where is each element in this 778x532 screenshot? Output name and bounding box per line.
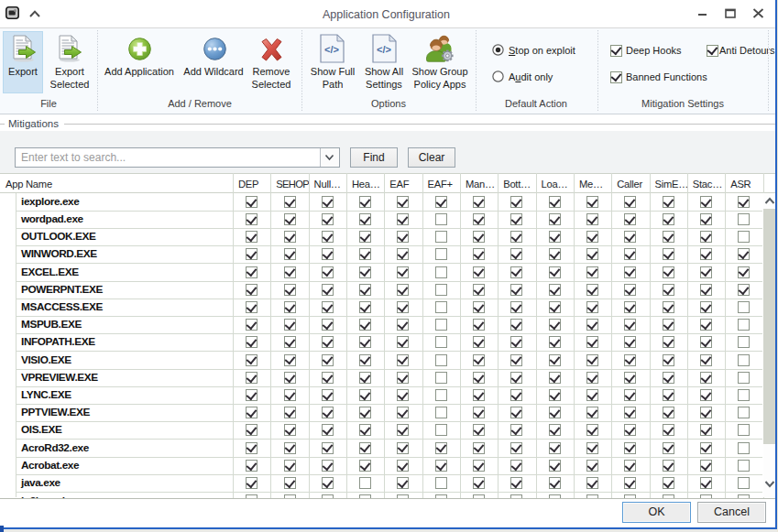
svg-text:</>: </>: [324, 44, 339, 55]
svg-text:</>: </>: [377, 44, 391, 55]
